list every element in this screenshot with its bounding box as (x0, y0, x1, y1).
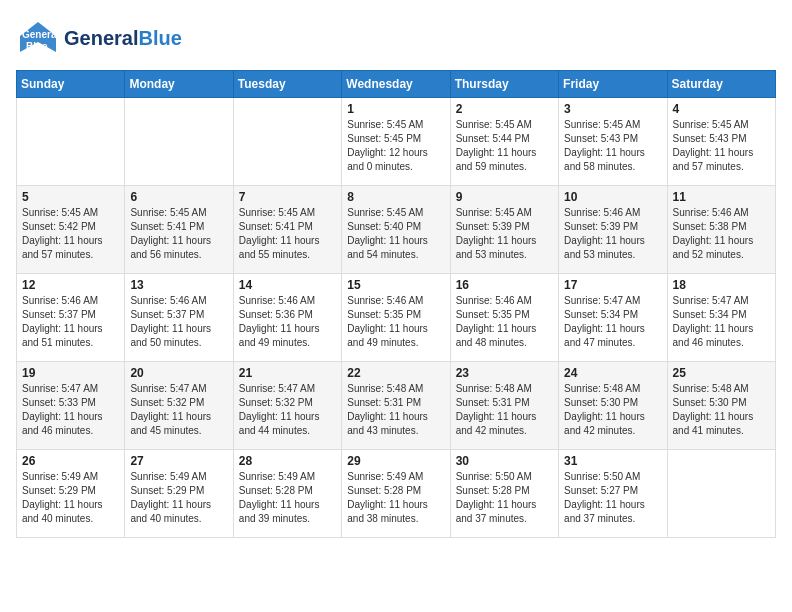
day-details: Sunrise: 5:46 AM Sunset: 5:36 PM Dayligh… (239, 294, 336, 350)
day-cell: 30Sunrise: 5:50 AM Sunset: 5:28 PM Dayli… (450, 450, 558, 538)
svg-text:Blue: Blue (26, 41, 48, 52)
day-number: 2 (456, 102, 553, 116)
day-cell: 3Sunrise: 5:45 AM Sunset: 5:43 PM Daylig… (559, 98, 667, 186)
day-details: Sunrise: 5:45 AM Sunset: 5:42 PM Dayligh… (22, 206, 119, 262)
day-number: 16 (456, 278, 553, 292)
day-cell: 12Sunrise: 5:46 AM Sunset: 5:37 PM Dayli… (17, 274, 125, 362)
day-cell: 9Sunrise: 5:45 AM Sunset: 5:39 PM Daylig… (450, 186, 558, 274)
day-details: Sunrise: 5:45 AM Sunset: 5:40 PM Dayligh… (347, 206, 444, 262)
day-cell: 2Sunrise: 5:45 AM Sunset: 5:44 PM Daylig… (450, 98, 558, 186)
day-details: Sunrise: 5:50 AM Sunset: 5:28 PM Dayligh… (456, 470, 553, 526)
svg-text:General: General (22, 29, 59, 40)
day-number: 24 (564, 366, 661, 380)
header-cell-sunday: Sunday (17, 71, 125, 98)
day-cell: 11Sunrise: 5:46 AM Sunset: 5:38 PM Dayli… (667, 186, 775, 274)
day-cell: 28Sunrise: 5:49 AM Sunset: 5:28 PM Dayli… (233, 450, 341, 538)
day-cell: 7Sunrise: 5:45 AM Sunset: 5:41 PM Daylig… (233, 186, 341, 274)
week-row-1: 1Sunrise: 5:45 AM Sunset: 5:45 PM Daylig… (17, 98, 776, 186)
day-details: Sunrise: 5:49 AM Sunset: 5:29 PM Dayligh… (130, 470, 227, 526)
day-number: 9 (456, 190, 553, 204)
day-number: 31 (564, 454, 661, 468)
day-cell: 5Sunrise: 5:45 AM Sunset: 5:42 PM Daylig… (17, 186, 125, 274)
day-cell: 16Sunrise: 5:46 AM Sunset: 5:35 PM Dayli… (450, 274, 558, 362)
logo-name: GeneralBlue (64, 27, 182, 50)
calendar-table: SundayMondayTuesdayWednesdayThursdayFrid… (16, 70, 776, 538)
header-cell-saturday: Saturday (667, 71, 775, 98)
day-number: 25 (673, 366, 770, 380)
day-cell (667, 450, 775, 538)
day-details: Sunrise: 5:46 AM Sunset: 5:35 PM Dayligh… (347, 294, 444, 350)
day-cell (125, 98, 233, 186)
header-cell-tuesday: Tuesday (233, 71, 341, 98)
calendar-body: 1Sunrise: 5:45 AM Sunset: 5:45 PM Daylig… (17, 98, 776, 538)
day-details: Sunrise: 5:48 AM Sunset: 5:30 PM Dayligh… (673, 382, 770, 438)
day-number: 13 (130, 278, 227, 292)
day-cell (233, 98, 341, 186)
day-number: 26 (22, 454, 119, 468)
day-number: 12 (22, 278, 119, 292)
day-details: Sunrise: 5:47 AM Sunset: 5:32 PM Dayligh… (239, 382, 336, 438)
day-number: 29 (347, 454, 444, 468)
day-details: Sunrise: 5:45 AM Sunset: 5:44 PM Dayligh… (456, 118, 553, 174)
day-number: 8 (347, 190, 444, 204)
day-cell: 20Sunrise: 5:47 AM Sunset: 5:32 PM Dayli… (125, 362, 233, 450)
day-number: 15 (347, 278, 444, 292)
day-details: Sunrise: 5:45 AM Sunset: 5:43 PM Dayligh… (564, 118, 661, 174)
week-row-3: 12Sunrise: 5:46 AM Sunset: 5:37 PM Dayli… (17, 274, 776, 362)
day-cell: 25Sunrise: 5:48 AM Sunset: 5:30 PM Dayli… (667, 362, 775, 450)
day-details: Sunrise: 5:45 AM Sunset: 5:39 PM Dayligh… (456, 206, 553, 262)
day-details: Sunrise: 5:45 AM Sunset: 5:41 PM Dayligh… (239, 206, 336, 262)
day-details: Sunrise: 5:47 AM Sunset: 5:34 PM Dayligh… (673, 294, 770, 350)
day-details: Sunrise: 5:45 AM Sunset: 5:45 PM Dayligh… (347, 118, 444, 174)
day-details: Sunrise: 5:49 AM Sunset: 5:28 PM Dayligh… (239, 470, 336, 526)
day-details: Sunrise: 5:47 AM Sunset: 5:34 PM Dayligh… (564, 294, 661, 350)
day-cell: 24Sunrise: 5:48 AM Sunset: 5:30 PM Dayli… (559, 362, 667, 450)
day-details: Sunrise: 5:46 AM Sunset: 5:37 PM Dayligh… (130, 294, 227, 350)
week-row-4: 19Sunrise: 5:47 AM Sunset: 5:33 PM Dayli… (17, 362, 776, 450)
day-number: 27 (130, 454, 227, 468)
day-details: Sunrise: 5:48 AM Sunset: 5:31 PM Dayligh… (456, 382, 553, 438)
day-number: 17 (564, 278, 661, 292)
day-number: 20 (130, 366, 227, 380)
day-details: Sunrise: 5:49 AM Sunset: 5:29 PM Dayligh… (22, 470, 119, 526)
day-cell: 1Sunrise: 5:45 AM Sunset: 5:45 PM Daylig… (342, 98, 450, 186)
header-cell-wednesday: Wednesday (342, 71, 450, 98)
day-details: Sunrise: 5:46 AM Sunset: 5:37 PM Dayligh… (22, 294, 119, 350)
day-details: Sunrise: 5:45 AM Sunset: 5:41 PM Dayligh… (130, 206, 227, 262)
day-number: 18 (673, 278, 770, 292)
day-number: 30 (456, 454, 553, 468)
day-number: 4 (673, 102, 770, 116)
header-cell-friday: Friday (559, 71, 667, 98)
day-number: 11 (673, 190, 770, 204)
page-header: General Blue GeneralBlue (16, 16, 776, 60)
calendar-header: SundayMondayTuesdayWednesdayThursdayFrid… (17, 71, 776, 98)
day-cell: 21Sunrise: 5:47 AM Sunset: 5:32 PM Dayli… (233, 362, 341, 450)
day-number: 21 (239, 366, 336, 380)
header-cell-thursday: Thursday (450, 71, 558, 98)
day-details: Sunrise: 5:46 AM Sunset: 5:38 PM Dayligh… (673, 206, 770, 262)
day-cell: 19Sunrise: 5:47 AM Sunset: 5:33 PM Dayli… (17, 362, 125, 450)
day-number: 14 (239, 278, 336, 292)
day-details: Sunrise: 5:46 AM Sunset: 5:39 PM Dayligh… (564, 206, 661, 262)
day-cell: 27Sunrise: 5:49 AM Sunset: 5:29 PM Dayli… (125, 450, 233, 538)
day-details: Sunrise: 5:47 AM Sunset: 5:32 PM Dayligh… (130, 382, 227, 438)
day-number: 6 (130, 190, 227, 204)
day-details: Sunrise: 5:46 AM Sunset: 5:35 PM Dayligh… (456, 294, 553, 350)
day-details: Sunrise: 5:48 AM Sunset: 5:31 PM Dayligh… (347, 382, 444, 438)
day-cell: 8Sunrise: 5:45 AM Sunset: 5:40 PM Daylig… (342, 186, 450, 274)
day-number: 10 (564, 190, 661, 204)
day-cell: 18Sunrise: 5:47 AM Sunset: 5:34 PM Dayli… (667, 274, 775, 362)
day-number: 23 (456, 366, 553, 380)
day-cell (17, 98, 125, 186)
day-number: 7 (239, 190, 336, 204)
day-cell: 6Sunrise: 5:45 AM Sunset: 5:41 PM Daylig… (125, 186, 233, 274)
day-number: 5 (22, 190, 119, 204)
day-cell: 17Sunrise: 5:47 AM Sunset: 5:34 PM Dayli… (559, 274, 667, 362)
day-number: 28 (239, 454, 336, 468)
day-cell: 15Sunrise: 5:46 AM Sunset: 5:35 PM Dayli… (342, 274, 450, 362)
day-cell: 31Sunrise: 5:50 AM Sunset: 5:27 PM Dayli… (559, 450, 667, 538)
day-details: Sunrise: 5:45 AM Sunset: 5:43 PM Dayligh… (673, 118, 770, 174)
day-cell: 10Sunrise: 5:46 AM Sunset: 5:39 PM Dayli… (559, 186, 667, 274)
day-cell: 13Sunrise: 5:46 AM Sunset: 5:37 PM Dayli… (125, 274, 233, 362)
day-number: 3 (564, 102, 661, 116)
